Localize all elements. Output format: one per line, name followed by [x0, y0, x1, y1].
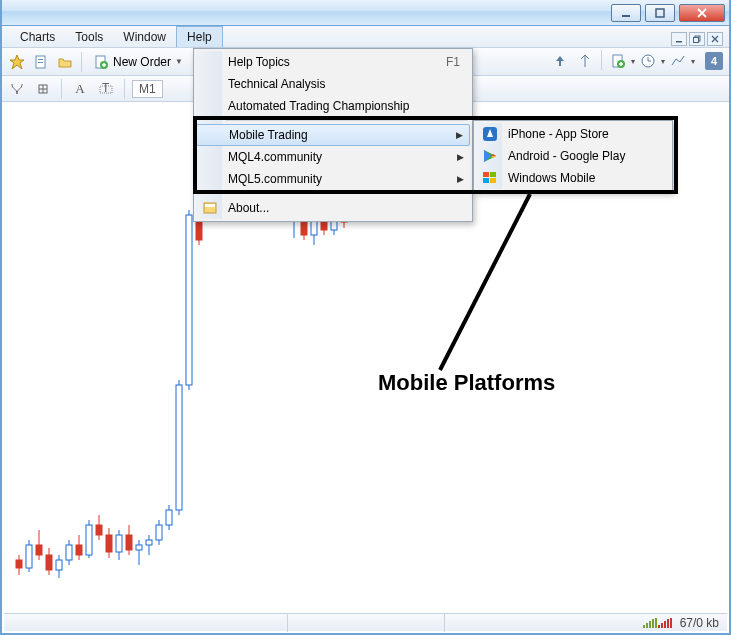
text-a-icon: A: [75, 81, 84, 97]
svg-rect-49: [146, 540, 152, 545]
menu-item-automated-championship[interactable]: Automated Trading Championship: [196, 95, 470, 117]
toolbar-right: ▾ ▾ ▾: [550, 50, 695, 72]
annotation-box: [193, 116, 678, 194]
toolbar-button-1[interactable]: [6, 51, 28, 73]
menu-item-technical-analysis[interactable]: Technical Analysis: [196, 73, 470, 95]
svg-rect-25: [26, 545, 32, 568]
page-icon: [33, 54, 49, 70]
menu-label: About...: [228, 201, 269, 215]
svg-rect-1: [656, 9, 664, 17]
svg-rect-2: [676, 41, 682, 43]
menu-help[interactable]: Help: [176, 26, 223, 47]
svg-rect-37: [86, 525, 92, 555]
toolbar-right-clock[interactable]: [637, 50, 659, 72]
svg-rect-33: [66, 545, 72, 560]
separator: [601, 50, 602, 70]
text-tool-button[interactable]: A: [69, 78, 91, 100]
svg-rect-0: [622, 15, 630, 17]
dropdown-arrow-icon: ▾: [661, 57, 665, 66]
menu-label: Technical Analysis: [228, 77, 325, 91]
svg-rect-35: [76, 545, 82, 555]
svg-rect-31: [56, 560, 62, 570]
toolbar-button-2[interactable]: [30, 51, 52, 73]
dropdown-arrow-icon: ▾: [631, 57, 635, 66]
separator: [81, 52, 82, 72]
svg-line-83: [440, 194, 530, 370]
toolbar-right-3[interactable]: [607, 50, 629, 72]
new-order-label: New Order: [113, 55, 171, 69]
new-order-icon: [93, 54, 109, 70]
menu-tools[interactable]: Tools: [65, 26, 113, 47]
label-tool-button[interactable]: T: [95, 78, 117, 100]
statusbar: 67/0 kb: [4, 613, 727, 631]
toolbar-button-3[interactable]: [54, 51, 76, 73]
menu-window[interactable]: Window: [113, 26, 176, 47]
svg-rect-7: [38, 59, 43, 60]
mdi-controls: [671, 32, 723, 46]
svg-rect-73: [205, 204, 215, 207]
separator: [124, 79, 125, 99]
svg-rect-8: [38, 62, 43, 63]
svg-rect-55: [176, 385, 182, 510]
menu-label: Automated Trading Championship: [228, 99, 409, 113]
svg-marker-5: [10, 55, 24, 69]
svg-rect-43: [116, 535, 122, 552]
connection-signal-icon: [643, 618, 672, 628]
svg-rect-47: [136, 545, 142, 550]
timeframe-selector[interactable]: M1: [132, 80, 163, 98]
svg-rect-51: [156, 525, 162, 540]
mdi-close-button[interactable]: [707, 32, 723, 46]
new-order-button[interactable]: New Order ▼: [87, 51, 189, 73]
svg-rect-27: [36, 545, 42, 555]
menu-shortcut: F1: [446, 55, 460, 69]
window-close-button[interactable]: [679, 4, 725, 22]
svg-rect-4: [694, 38, 699, 43]
alerts-badge[interactable]: 4: [705, 52, 723, 70]
separator: [61, 79, 62, 99]
annotation-arrow: [380, 190, 580, 380]
toolbar2-btn-2[interactable]: [32, 78, 54, 100]
menu-item-help-topics[interactable]: Help Topics F1: [196, 51, 470, 73]
svg-text:T: T: [102, 81, 110, 95]
toolbar-right-1[interactable]: [550, 50, 572, 72]
menu-label: Help Topics: [228, 55, 290, 69]
mdi-restore-button[interactable]: [689, 32, 705, 46]
toolbar2-btn-1[interactable]: [6, 78, 28, 100]
svg-rect-23: [16, 560, 22, 568]
status-kb: 67/0 kb: [680, 616, 719, 630]
svg-rect-57: [186, 215, 192, 385]
toolbar-right-chart[interactable]: [667, 50, 689, 72]
timeframe-value: M1: [139, 82, 156, 96]
mdi-minimize-button[interactable]: [671, 32, 687, 46]
annotation-label: Mobile Platforms: [378, 370, 555, 396]
svg-rect-41: [106, 535, 112, 552]
svg-rect-39: [96, 525, 102, 535]
window-minimize-button[interactable]: [611, 4, 641, 22]
svg-rect-53: [166, 510, 172, 525]
titlebar: [2, 0, 729, 26]
menubar: Charts Tools Window Help: [2, 26, 729, 48]
toolbar-right-2[interactable]: [574, 50, 596, 72]
svg-rect-45: [126, 535, 132, 550]
folder-icon: [57, 54, 73, 70]
menu-charts[interactable]: Charts: [10, 26, 65, 47]
window-maximize-button[interactable]: [645, 4, 675, 22]
dropdown-arrow-icon: ▼: [175, 57, 183, 66]
star-icon: [9, 54, 25, 70]
svg-rect-29: [46, 555, 52, 570]
about-icon: [202, 200, 218, 216]
dropdown-arrow-icon: ▾: [691, 57, 695, 66]
